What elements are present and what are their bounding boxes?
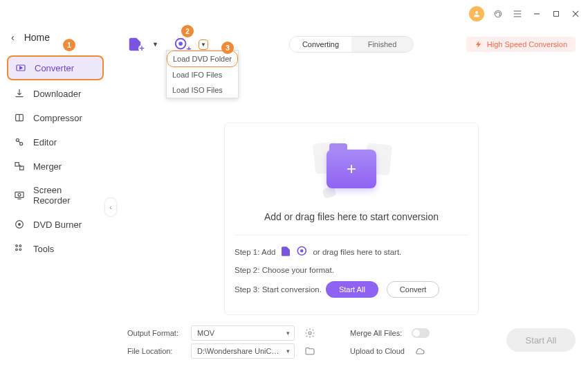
dropdown-item-load-ifo[interactable]: Load IFO Files (167, 67, 238, 82)
sidebar-item-screenrecorder[interactable]: Screen Recorder (7, 179, 104, 211)
sidebar: ‹ Home Converter Downloader Compressor (0, 28, 111, 367)
output-format-label: Output Format: (127, 329, 181, 337)
support-icon[interactable] (493, 8, 504, 19)
svg-point-29 (179, 42, 182, 45)
sidebar-item-merger[interactable]: Merger (7, 155, 104, 177)
step-2: Step 2: Choose your format. (235, 266, 468, 274)
open-folder-icon[interactable] (304, 346, 315, 357)
sidebar-item-label: Editor (33, 137, 57, 147)
sidebar-item-label: Merger (33, 161, 62, 172)
converter-icon (15, 62, 26, 73)
sidebar-item-downloader[interactable]: Downloader (7, 82, 104, 105)
svg-point-26 (16, 249, 18, 251)
sidebar-item-label: DVD Burner (33, 220, 82, 230)
menu-icon[interactable] (512, 8, 523, 19)
file-location-label: File Location: (127, 347, 181, 355)
sidebar-item-label: Compressor (33, 113, 82, 123)
svg-rect-19 (15, 192, 24, 197)
sidebar-item-label: Converter (35, 63, 74, 73)
sidebar-item-label: Downloader (33, 89, 81, 99)
sidebar-item-label: Screen Recorder (33, 185, 97, 206)
tab-segment: Converting Finished (289, 36, 414, 53)
downloader-icon (14, 88, 25, 99)
folder-plus-icon: + (327, 150, 376, 188)
high-speed-button[interactable]: High Speed Conversion (466, 37, 576, 52)
close-button[interactable] (570, 8, 581, 19)
dropzone-headline: Add or drag files here to start conversi… (235, 211, 468, 222)
maximize-button[interactable] (551, 8, 562, 19)
sidebar-item-converter[interactable]: Converter (7, 55, 104, 80)
cloud-icon[interactable] (414, 346, 425, 357)
output-format-select[interactable]: MOV (191, 325, 295, 341)
svg-marker-10 (20, 66, 22, 69)
svg-point-25 (19, 245, 21, 247)
svg-line-15 (19, 141, 21, 143)
svg-line-18 (19, 164, 21, 167)
svg-point-1 (495, 10, 501, 17)
chevron-down-icon[interactable]: ▼ (152, 41, 158, 48)
callout-3: 3 (221, 42, 234, 54)
window-titlebar (0, 0, 588, 28)
step1-pre: Step 1: Add (235, 248, 275, 256)
sidebar-item-editor[interactable]: Editor (7, 131, 104, 153)
svg-rect-6 (554, 12, 559, 17)
user-avatar[interactable] (469, 6, 484, 21)
callout-2: 2 (181, 25, 194, 37)
svg-point-23 (19, 224, 21, 226)
dropzone-card: + Add or drag files here to start conver… (224, 123, 479, 315)
svg-point-24 (16, 245, 18, 247)
tab-finished[interactable]: Finished (351, 37, 413, 52)
step-1: Step 1: Add or drag files here to start. (235, 245, 468, 259)
sidebar-item-label: Tools (33, 244, 54, 254)
dvdburner-icon (14, 219, 25, 230)
callout-1: 1 (63, 39, 75, 51)
step1-post: or drag files here to start. (313, 248, 401, 256)
merger-icon (14, 161, 25, 172)
upload-cloud-label: Upload to Cloud (350, 347, 405, 355)
start-all-pill[interactable]: Start All (326, 281, 378, 298)
home-row[interactable]: ‹ Home (7, 28, 104, 55)
sidebar-collapse-handle[interactable]: ‹ (104, 197, 117, 217)
high-speed-label: High Speed Conversion (487, 40, 567, 48)
convert-pill[interactable]: Convert (387, 281, 440, 298)
dropdown-item-load-iso[interactable]: Load ISO Files (167, 82, 238, 98)
step-3: Step 3: Start conversion. Start All Conv… (235, 281, 468, 298)
minimize-button[interactable] (531, 8, 542, 19)
svg-point-20 (18, 193, 21, 196)
merge-toggle[interactable] (412, 328, 430, 338)
add-disc-icon[interactable] (296, 245, 309, 259)
svg-point-32 (309, 332, 311, 334)
home-label: Home (24, 32, 50, 43)
format-settings-icon[interactable] (304, 328, 315, 339)
file-location-select[interactable]: D:\Wondershare UniConverter 1 (191, 343, 295, 359)
chevron-down-icon[interactable]: ▼ (199, 39, 208, 50)
tab-converting[interactable]: Converting (290, 37, 351, 52)
back-icon[interactable]: ‹ (11, 32, 15, 43)
sidebar-item-tools[interactable]: Tools (7, 238, 104, 260)
sidebar-item-compressor[interactable]: Compressor (7, 107, 104, 129)
merge-label: Merge All Files: (350, 329, 402, 337)
step3-text: Step 3: Start conversion. (235, 285, 322, 294)
screenrecorder-icon (14, 190, 25, 201)
compressor-icon (14, 112, 25, 123)
load-disc-dropdown: Load DVD Folder Load IFO Files Load ISO … (166, 50, 239, 98)
tools-icon (14, 243, 25, 254)
svg-point-31 (301, 250, 303, 252)
sidebar-item-dvdburner[interactable]: DVD Burner (7, 213, 104, 235)
dropzone-illustration[interactable]: + (235, 136, 468, 202)
add-file-button[interactable]: + ▼ (127, 37, 158, 52)
add-file-icon[interactable] (279, 245, 292, 259)
svg-rect-16 (15, 163, 19, 166)
svg-point-0 (475, 11, 478, 14)
editor-icon (14, 136, 25, 147)
svg-point-27 (19, 249, 21, 251)
start-all-button[interactable]: Start All (506, 328, 576, 352)
